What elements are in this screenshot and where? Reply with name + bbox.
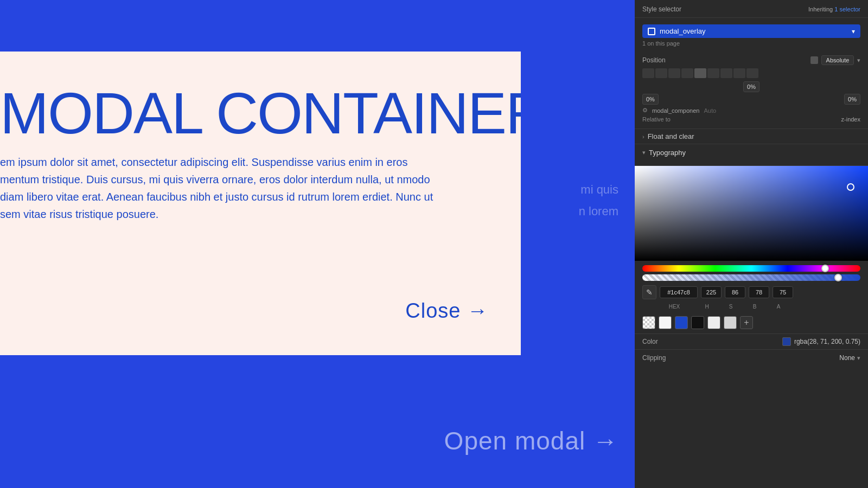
position-icon (810, 56, 818, 64)
color-gradient[interactable] (635, 166, 868, 261)
panel-header: Style selector Inheriting 1 selector (635, 0, 868, 18)
pos-ml[interactable] (681, 68, 693, 78)
color-swatch-small (782, 337, 791, 346)
comp-name: modal_componen (652, 107, 699, 114)
svg-rect-0 (649, 29, 654, 34)
color-value-display[interactable]: rgba(28, 71, 200, 0.75) (782, 337, 860, 346)
chevron-down-icon: ▾ (857, 355, 860, 362)
ghost-text: mi quis n lorem (579, 179, 635, 222)
chevron-right-icon: › (642, 133, 644, 140)
gear-icon: ⚙ (642, 107, 648, 114)
svg-rect-1 (810, 56, 818, 64)
pos-br[interactable] (746, 68, 758, 78)
pos-mc[interactable] (694, 68, 706, 78)
color-row-final: Color rgba(28, 71, 200, 0.75) (635, 333, 868, 350)
opacity-slider[interactable] (642, 274, 860, 281)
comp-ref-row: ⚙ modal_componen Auto (642, 107, 860, 114)
color-values-row: ✎ (635, 281, 868, 304)
float-and-clear-row[interactable]: › Float and clear (635, 129, 868, 144)
hex-label: HEX (655, 304, 693, 310)
a-input[interactable] (773, 286, 793, 298)
pos-tr[interactable] (668, 68, 680, 78)
chevron-down-icon: ▾ (852, 28, 855, 35)
offset-left[interactable]: 0% (642, 94, 659, 105)
chevron-down-icon: ▾ (857, 57, 860, 64)
selector-name: modal_overlay (660, 27, 852, 35)
right-panel: Style selector Inheriting 1 selector mod… (635, 0, 868, 488)
gradient-cursor[interactable] (847, 183, 854, 191)
swatch-light[interactable] (707, 316, 720, 329)
swatch-blue[interactable] (675, 316, 688, 329)
selector-dropdown[interactable]: modal_overlay ▾ (642, 24, 860, 38)
clipping-label: Clipping (642, 354, 666, 362)
hue-slider[interactable] (642, 265, 860, 272)
a-label: A (768, 304, 789, 310)
on-this-page-label: 1 on this page (635, 40, 868, 51)
float-and-clear-label: Float and clear (648, 132, 694, 140)
position-value[interactable]: Absolute (821, 55, 854, 65)
swatch-white[interactable] (659, 316, 672, 329)
offset-top[interactable]: 0% (743, 81, 760, 92)
typography-header[interactable]: ▾ Typography (642, 149, 860, 157)
h-label: H (697, 304, 717, 310)
canvas: mi quis n lorem MODAL CONTAINER em ipsum… (0, 0, 635, 488)
typography-label: Typography (649, 149, 686, 157)
relative-row: Relative to z-index (642, 116, 860, 123)
position-grid (642, 68, 860, 78)
color-rgba-value: rgba(28, 71, 200, 0.75) (794, 338, 860, 345)
inheriting-count: 1 selector (834, 6, 860, 12)
position-label: Position (642, 56, 666, 64)
style-selector-label: Style selector (642, 5, 681, 13)
modal-body: em ipsum dolor sit amet, consectetur adi… (0, 153, 445, 239)
clipping-row[interactable]: Clipping None ▾ (635, 350, 868, 366)
swatch-black[interactable] (691, 316, 704, 329)
modal-close-button[interactable]: Close → (405, 299, 488, 323)
zindex-value: z-index (841, 116, 860, 123)
hue-thumb[interactable] (821, 265, 829, 272)
swatch-gray[interactable] (724, 316, 737, 329)
hex-input[interactable] (660, 286, 698, 298)
open-modal-button[interactable]: Open modal → (444, 426, 618, 455)
b-input[interactable] (749, 286, 769, 298)
modal-title: MODAL CONTAINER (0, 52, 521, 153)
s-input[interactable] (725, 286, 745, 298)
chevron-down-icon: ▾ (642, 149, 646, 156)
position-section: Position Absolute ▾ 0% 0% 0% (635, 51, 868, 129)
color-property-label: Color (642, 338, 658, 345)
pos-mr[interactable] (707, 68, 719, 78)
s-label: S (720, 304, 741, 310)
selector-icon (648, 28, 655, 35)
color-picker-section: ✎ HEX H S B A + Color (635, 166, 868, 488)
b-label: B (744, 304, 765, 310)
pos-bl[interactable] (720, 68, 732, 78)
pos-bc[interactable] (733, 68, 745, 78)
add-swatch-button[interactable]: + (740, 316, 753, 329)
eyedropper-button[interactable]: ✎ (642, 285, 656, 299)
opacity-thumb[interactable] (834, 274, 842, 281)
color-labels-row: HEX H S B A (635, 304, 868, 314)
pos-tc[interactable] (655, 68, 667, 78)
typography-section: ▾ Typography (635, 144, 868, 166)
swatch-transparent[interactable] (642, 316, 655, 329)
slider-row (635, 261, 868, 281)
comp-auto: Auto (704, 107, 716, 114)
clipping-value: None (839, 354, 855, 362)
offset-right[interactable]: 0% (844, 94, 860, 105)
inheriting-label: Inheriting 1 selector (808, 6, 860, 12)
swatches-row: + (635, 314, 868, 333)
modal-card: MODAL CONTAINER em ipsum dolor sit amet,… (0, 52, 521, 355)
h-input[interactable] (701, 286, 722, 298)
pos-tl[interactable] (642, 68, 654, 78)
